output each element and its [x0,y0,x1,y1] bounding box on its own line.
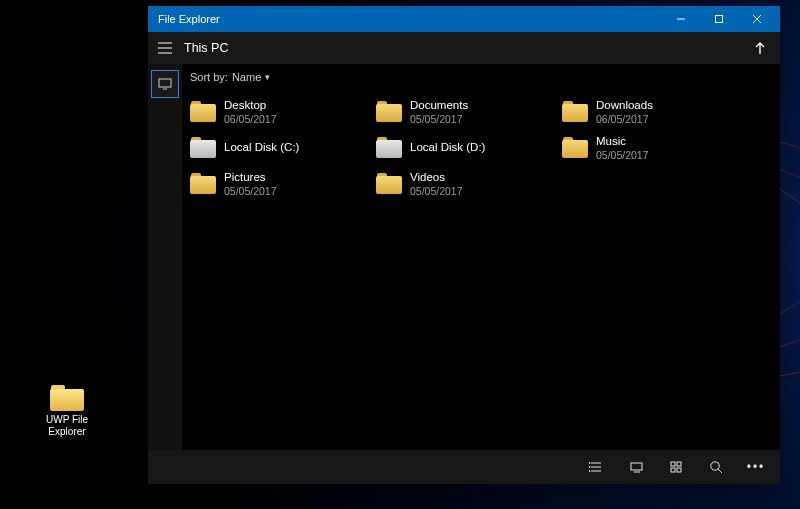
up-button[interactable] [740,32,780,64]
sidebar-item-this-pc[interactable] [151,70,179,98]
list-icon [589,461,603,473]
folder-icon [50,385,84,411]
item-name: Videos [410,171,463,184]
search-button[interactable] [696,450,736,484]
svg-point-14 [589,471,590,472]
window-title: File Explorer [158,13,662,25]
titlebar[interactable]: File Explorer [148,6,780,32]
item-meta: Local Disk (C:) [224,141,299,154]
ellipsis-icon: ••• [747,460,766,474]
svg-rect-20 [677,468,681,472]
drive-icon [376,137,402,159]
list-item[interactable]: Local Disk (D:) [372,130,558,166]
hamburger-icon [158,42,172,54]
svg-rect-18 [677,462,681,466]
item-meta: Music05/05/2017 [596,135,649,160]
folder-icon [562,101,588,123]
svg-rect-1 [716,16,723,23]
location-bar: This PC [148,32,780,64]
folder-icon [376,173,402,195]
grid-icon [670,461,682,473]
item-date: 05/05/2017 [410,113,468,125]
item-date: 06/05/2017 [596,113,653,125]
body: Sort by: Name ▾ Desktop06/05/2017Documen… [148,64,780,450]
view-grid-button[interactable] [656,450,696,484]
item-grid: Desktop06/05/2017Documents05/05/2017Down… [182,90,780,450]
svg-rect-15 [631,463,642,470]
item-name: Local Disk (D:) [410,141,485,154]
folder-icon [376,101,402,123]
item-meta: Downloads06/05/2017 [596,99,653,124]
close-button[interactable] [738,6,776,32]
bottom-command-bar: ••• [148,450,780,484]
minimize-button[interactable] [662,6,700,32]
arrow-up-icon [754,41,766,55]
item-meta: Pictures05/05/2017 [224,171,277,196]
svg-line-22 [718,469,722,473]
view-details-button[interactable] [576,450,616,484]
item-date: 05/05/2017 [596,149,649,161]
item-date: 05/05/2017 [410,185,463,197]
sort-by-button[interactable]: Sort by: Name ▾ [182,64,780,90]
svg-point-12 [589,463,590,464]
desktop-shortcut-label: UWP File Explorer [46,414,88,437]
svg-rect-7 [159,79,171,87]
more-button[interactable]: ••• [736,450,776,484]
list-item[interactable]: Pictures05/05/2017 [186,166,372,202]
svg-point-21 [711,462,719,470]
item-name: Pictures [224,171,277,184]
breadcrumb[interactable]: This PC [182,41,740,55]
item-name: Local Disk (C:) [224,141,299,154]
list-item[interactable]: Local Disk (C:) [186,130,372,166]
maximize-button[interactable] [700,6,738,32]
item-name: Downloads [596,99,653,112]
desktop-shortcut-uwp-file-explorer[interactable]: UWP File Explorer [36,385,98,437]
view-tiles-button[interactable] [616,450,656,484]
folder-icon [562,137,588,159]
chevron-down-icon: ▾ [265,72,270,82]
this-pc-icon [158,78,172,90]
hamburger-menu-button[interactable] [148,32,182,64]
list-item[interactable]: Desktop06/05/2017 [186,94,372,130]
tile-icon [630,462,643,473]
file-explorer-window: File Explorer This PC Sort by: Name [148,6,780,484]
item-meta: Desktop06/05/2017 [224,99,277,124]
sort-prefix: Sort by: [190,71,228,83]
item-name: Desktop [224,99,277,112]
list-item[interactable]: Music05/05/2017 [558,130,744,166]
sort-field: Name [232,71,261,83]
sidebar [148,64,182,450]
drive-icon [190,137,216,159]
item-meta: Local Disk (D:) [410,141,485,154]
list-item[interactable]: Videos05/05/2017 [372,166,558,202]
item-date: 06/05/2017 [224,113,277,125]
list-item[interactable]: Documents05/05/2017 [372,94,558,130]
svg-rect-19 [671,468,675,472]
svg-point-13 [589,467,590,468]
svg-rect-17 [671,462,675,466]
item-name: Music [596,135,649,148]
folder-icon [190,173,216,195]
item-name: Documents [410,99,468,112]
item-date: 05/05/2017 [224,185,277,197]
content-area: Sort by: Name ▾ Desktop06/05/2017Documen… [182,64,780,450]
list-item[interactable]: Downloads06/05/2017 [558,94,744,130]
app-badge-icon [53,398,69,410]
item-meta: Videos05/05/2017 [410,171,463,196]
folder-icon [190,101,216,123]
search-icon [709,460,723,474]
item-meta: Documents05/05/2017 [410,99,468,124]
